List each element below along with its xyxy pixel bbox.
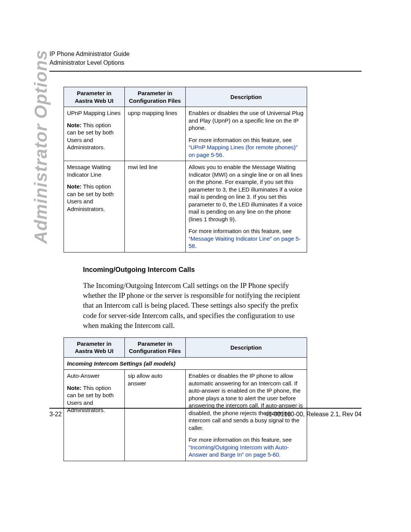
- section-heading: Incoming/Outgoing Intercom Calls: [83, 266, 362, 274]
- footer: 3-22 41-001160-00, Release 2.1, Rev 04: [49, 408, 362, 418]
- col-header-desc: Description: [185, 337, 307, 357]
- param-webui: UPnP Mapping Lines: [67, 109, 121, 117]
- param-desc-moreinfo: For more information on this feature, se…: [189, 136, 304, 159]
- param-desc: Allows you to enable the Message Waiting…: [189, 163, 304, 223]
- param-cfg: upnp mapping lines: [124, 107, 185, 161]
- param-note: Note: This option can be set by both Use…: [67, 183, 121, 212]
- param-desc-moreinfo: For more information on this feature, se…: [189, 436, 304, 459]
- col-header-cfg: Parameter in Configuration Files: [124, 337, 185, 357]
- param-desc-moreinfo: For more information on this feature, se…: [189, 227, 304, 250]
- table-section-label: Incoming Intercom Settings (all models): [64, 357, 307, 370]
- col-header-desc: Description: [185, 87, 307, 107]
- header-rule: [49, 71, 362, 72]
- params-table-1: Parameter in Aastra Web UI Parameter in …: [64, 87, 307, 252]
- params-table-2: Parameter in Aastra Web UI Parameter in …: [64, 337, 307, 461]
- table-section-row: Incoming Intercom Settings (all models): [64, 357, 307, 370]
- side-label: Administrator Options: [30, 50, 51, 244]
- header-line2: Administrator Level Options: [49, 58, 362, 67]
- param-note: Note: This option can be set by both Use…: [67, 121, 121, 151]
- table-row: Message Waiting Indicator Line Note: Thi…: [64, 161, 307, 252]
- param-webui: Message Waiting Indicator Line: [67, 163, 121, 178]
- page-link[interactable]: page 5-60: [253, 451, 279, 458]
- section-paragraph: The Incoming/Outgoing Intercom Call sett…: [83, 281, 307, 331]
- col-header-cfg: Parameter in Configuration Files: [124, 87, 185, 107]
- col-header-webui: Parameter in Aastra Web UI: [64, 337, 125, 357]
- param-cfg: mwi led line: [124, 161, 185, 252]
- table-row: UPnP Mapping Lines Note: This option can…: [64, 107, 307, 161]
- page-link[interactable]: page 5-56: [196, 152, 222, 158]
- param-webui: Auto-Answer: [67, 372, 121, 380]
- doc-id: 41-001160-00, Release 2.1, Rev 04: [265, 411, 362, 418]
- doc-link[interactable]: UPnP Mapping Lines (for remote phones): [189, 144, 298, 150]
- footer-rule: [49, 408, 362, 409]
- col-header-webui: Parameter in Aastra Web UI: [64, 87, 125, 107]
- param-desc: Enables or disables the IP phone to allo…: [189, 372, 304, 431]
- running-header: IP Phone Administrator Guide Administrat…: [49, 50, 362, 67]
- header-line1: IP Phone Administrator Guide: [49, 50, 362, 58]
- doc-link[interactable]: Message Waiting Indicator Line: [189, 235, 272, 242]
- page-number: 3-22: [49, 411, 62, 418]
- param-desc: Enables or disables the use of Universal…: [189, 109, 304, 132]
